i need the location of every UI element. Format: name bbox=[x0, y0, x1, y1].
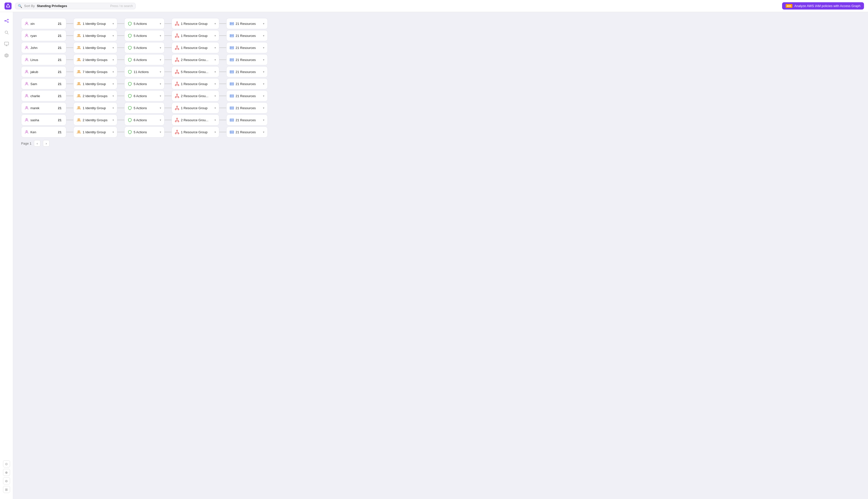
resources-label: 21 Resources bbox=[236, 70, 261, 74]
table-row: ryan 21 1 Identity Group ▾ 5 Actions bbox=[21, 30, 860, 41]
connector-line bbox=[66, 47, 73, 48]
svg-rect-131 bbox=[175, 121, 177, 122]
svg-point-113 bbox=[26, 107, 27, 108]
resources-cell[interactable]: 21 Resources ▾ bbox=[226, 102, 268, 113]
user-cell[interactable]: sasha 21 bbox=[21, 114, 66, 125]
resources-cell[interactable]: 21 Resources ▾ bbox=[226, 78, 268, 89]
sidebar-item-graph[interactable] bbox=[2, 16, 11, 26]
topbar-search-bar[interactable]: 🔍 Sort By Standing Privileges Press / to… bbox=[15, 3, 136, 9]
actions-cell[interactable]: 11 Actions ▾ bbox=[124, 66, 165, 77]
chevron-down-icon: ▾ bbox=[215, 94, 216, 98]
sidebar-item-plugins[interactable] bbox=[2, 51, 11, 60]
resources-cell[interactable]: 21 Resources ▾ bbox=[226, 18, 268, 29]
actions-cell[interactable]: 5 Actions ▾ bbox=[124, 78, 165, 89]
connector-line bbox=[219, 60, 226, 60]
identity-group-cell[interactable]: 2 Identity Groups ▾ bbox=[73, 114, 117, 125]
resources-cell[interactable]: 21 Resources ▾ bbox=[226, 54, 268, 65]
svg-line-8 bbox=[5, 20, 7, 21]
svg-rect-88 bbox=[177, 82, 178, 83]
resource-group-cell[interactable]: 2 Resource Grou... ▾ bbox=[171, 54, 219, 65]
resource-group-cell[interactable]: 1 Resource Group ▾ bbox=[171, 102, 219, 113]
user-cell[interactable]: John 21 bbox=[21, 42, 66, 53]
resources-cell[interactable]: 21 Resources ▾ bbox=[226, 114, 268, 125]
sidebar-item-monitor[interactable] bbox=[2, 39, 11, 49]
svg-rect-118 bbox=[178, 109, 179, 110]
svg-rect-74 bbox=[177, 70, 178, 71]
connector-line bbox=[219, 84, 226, 84]
user-cell[interactable]: Sam 21 bbox=[21, 78, 66, 89]
actions-label: 5 Actions bbox=[134, 130, 158, 134]
user-cell[interactable]: ryan 21 bbox=[21, 30, 66, 41]
svg-rect-81 bbox=[230, 71, 234, 72]
identity-group-cell[interactable]: 1 Identity Group ▾ bbox=[73, 78, 117, 89]
actions-cell[interactable]: 6 Actions ▾ bbox=[124, 114, 165, 125]
actions-cell[interactable]: 5 Actions ▾ bbox=[124, 18, 165, 29]
prev-page-button[interactable]: ‹ bbox=[34, 140, 40, 147]
search-icon: 🔍 bbox=[18, 4, 22, 8]
chevron-down-icon: ▾ bbox=[263, 46, 264, 49]
chevron-down-icon: ▾ bbox=[112, 82, 114, 86]
resources-cell[interactable]: 21 Resources ▾ bbox=[226, 126, 268, 137]
actions-cell[interactable]: 5 Actions ▾ bbox=[124, 102, 165, 113]
connector-line bbox=[219, 120, 226, 120]
resource-group-cell[interactable]: 2 Resource Grou... ▾ bbox=[171, 114, 219, 125]
user-cell[interactable]: charlie 21 bbox=[21, 90, 66, 101]
identity-group-cell[interactable]: 1 Identity Group ▾ bbox=[73, 42, 117, 53]
actions-cell[interactable]: 6 Actions ▾ bbox=[124, 90, 165, 101]
identity-group-label: 1 Identity Group bbox=[83, 106, 110, 110]
actions-cell[interactable]: 5 Actions ▾ bbox=[124, 126, 165, 137]
resources-cell[interactable]: 21 Resources ▾ bbox=[226, 42, 268, 53]
user-cell[interactable]: Linus 21 bbox=[21, 54, 66, 65]
identity-group-cell[interactable]: 2 Identity Groups ▾ bbox=[73, 90, 117, 101]
chevron-down-icon: ▾ bbox=[215, 46, 216, 49]
user-cell[interactable]: marek 21 bbox=[21, 102, 66, 113]
user-cell[interactable]: xin 21 bbox=[21, 18, 66, 29]
user-name: sasha bbox=[31, 118, 57, 122]
identity-group-cell[interactable]: 1 Identity Group ▾ bbox=[73, 126, 117, 137]
resource-group-cell[interactable]: 1 Resource Group ▾ bbox=[171, 42, 219, 53]
zoom-out-button[interactable]: ⊖ bbox=[3, 477, 10, 485]
resource-group-label: 1 Resource Group bbox=[181, 34, 213, 38]
chevron-down-icon: ▾ bbox=[112, 131, 114, 134]
identity-group-cell[interactable]: 7 Identity Groups ▾ bbox=[73, 66, 117, 77]
chevron-down-icon: ▾ bbox=[112, 94, 114, 98]
resource-group-cell[interactable]: 2 Resource Grou... ▾ bbox=[171, 90, 219, 101]
svg-rect-75 bbox=[175, 73, 177, 74]
connector-line bbox=[165, 132, 171, 132]
actions-cell[interactable]: 5 Actions ▾ bbox=[124, 42, 165, 53]
svg-rect-130 bbox=[177, 118, 178, 119]
identity-group-label: 2 Identity Groups bbox=[83, 94, 110, 98]
user-cell[interactable]: jakub 21 bbox=[21, 66, 66, 77]
resource-group-cell[interactable]: 1 Resource Group ▾ bbox=[171, 78, 219, 89]
identity-group-cell[interactable]: 1 Identity Group ▾ bbox=[73, 18, 117, 29]
next-page-button[interactable]: › bbox=[43, 140, 49, 147]
identity-group-cell[interactable]: 2 Identity Groups ▾ bbox=[73, 54, 117, 65]
actions-cell[interactable]: 5 Actions ▾ bbox=[124, 30, 165, 41]
svg-rect-95 bbox=[230, 83, 234, 84]
user-name: Linus bbox=[31, 58, 57, 62]
actions-cell[interactable]: 6 Actions ▾ bbox=[124, 54, 165, 65]
svg-rect-123 bbox=[230, 107, 234, 108]
resource-group-cell[interactable]: 5 Resource Grou... ▾ bbox=[171, 66, 219, 77]
resources-cell[interactable]: 21 Resources ▾ bbox=[226, 30, 268, 41]
identity-group-cell[interactable]: 1 Identity Group ▾ bbox=[73, 30, 117, 41]
zoom-fit-button[interactable]: ⊙ bbox=[3, 460, 10, 467]
user-name: ryan bbox=[31, 34, 57, 38]
user-cell[interactable]: Ken 21 bbox=[21, 126, 66, 137]
resources-cell[interactable]: 21 Resources ▾ bbox=[226, 66, 268, 77]
content-area: xin 21 1 Identity Group ▾ 5 Actions ▾ bbox=[13, 12, 868, 499]
zoom-in-button[interactable]: ⊕ bbox=[3, 469, 10, 476]
chevron-down-icon: ▾ bbox=[215, 131, 216, 134]
identity-group-cell[interactable]: 1 Identity Group ▾ bbox=[73, 102, 117, 113]
resource-group-cell[interactable]: 1 Resource Group ▾ bbox=[171, 30, 219, 41]
reset-view-button[interactable]: ⊞ bbox=[3, 486, 10, 493]
resource-group-cell[interactable]: 1 Resource Group ▾ bbox=[171, 126, 219, 137]
connector-line bbox=[66, 132, 73, 132]
resources-cell[interactable]: 21 Resources ▾ bbox=[226, 90, 268, 101]
svg-point-101 bbox=[79, 95, 80, 96]
connector-line bbox=[117, 23, 124, 24]
sidebar-item-search[interactable] bbox=[2, 28, 11, 37]
svg-point-71 bbox=[26, 70, 27, 72]
analyze-aws-button[interactable]: aws Analyze AWS IAM policies with Access… bbox=[782, 2, 864, 10]
resource-group-cell[interactable]: 1 Resource Group ▾ bbox=[171, 18, 219, 29]
